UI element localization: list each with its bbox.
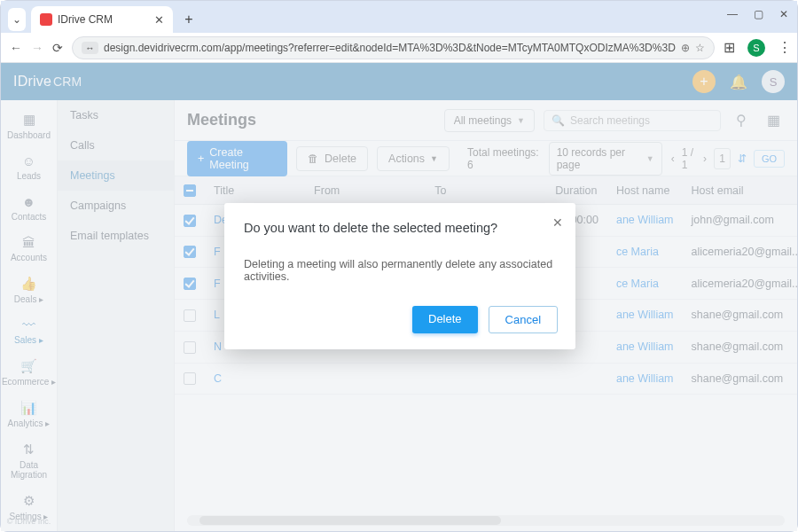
tab-list-button[interactable]: ⌄	[8, 8, 26, 31]
window-close-button[interactable]: ✕	[779, 8, 788, 20]
browser-address-bar: ← → ⟳ ↔ design.devidrivecrm.com/app/meet…	[1, 33, 797, 63]
dialog-cancel-button[interactable]: Cancel	[489, 306, 558, 333]
url-text: design.devidrivecrm.com/app/meetings?ref…	[104, 42, 676, 54]
back-button[interactable]: ←	[10, 41, 22, 55]
dialog-close-button[interactable]: ✕	[552, 215, 563, 230]
extensions-icon[interactable]: ⊞	[724, 39, 735, 56]
dialog-title: Do you want to delete the selected meeti…	[244, 221, 556, 235]
browser-tabbar: ⌄ IDrive CRM ✕ + — ▢ ✕	[1, 1, 797, 33]
url-input[interactable]: ↔ design.devidrivecrm.com/app/meetings?r…	[72, 36, 715, 59]
site-info-icon[interactable]: ↔	[82, 42, 98, 54]
tab-title: IDrive CRM	[58, 13, 113, 26]
window-maximize-button[interactable]: ▢	[754, 8, 763, 20]
confirm-delete-dialog: ✕ Do you want to delete the selected mee…	[224, 203, 575, 349]
browser-tab[interactable]: IDrive CRM ✕	[31, 6, 173, 33]
new-tab-button[interactable]: +	[178, 9, 200, 30]
favicon-icon	[40, 13, 52, 26]
browser-menu-icon[interactable]: ⋮	[778, 39, 792, 56]
bookmark-icon[interactable]: ☆	[695, 42, 705, 54]
dialog-body: Deleting a meeting will also permanently…	[244, 258, 556, 283]
window-minimize-button[interactable]: —	[727, 8, 738, 20]
forward-button[interactable]: →	[31, 41, 43, 55]
zoom-icon[interactable]: ⊕	[681, 42, 690, 54]
dialog-delete-button[interactable]: Delete	[412, 306, 478, 333]
tab-close-icon[interactable]: ✕	[154, 13, 164, 27]
profile-avatar[interactable]: S	[747, 39, 765, 57]
reload-button[interactable]: ⟳	[52, 41, 63, 55]
